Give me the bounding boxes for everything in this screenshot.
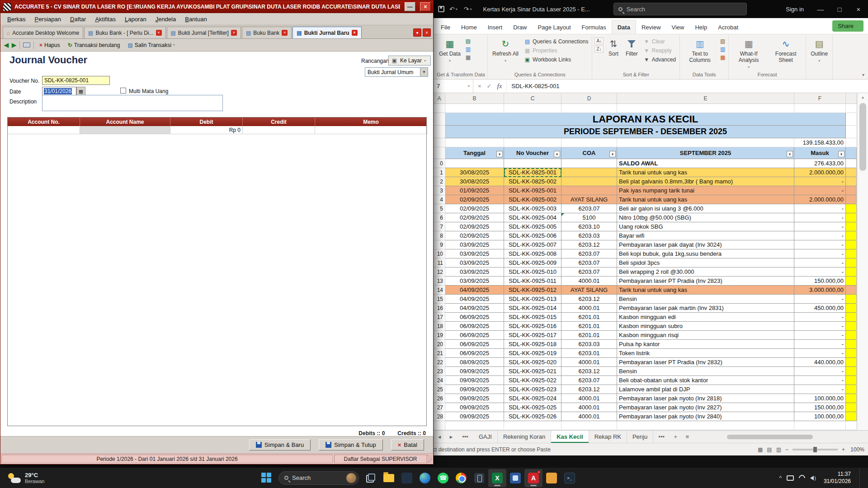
zoom-slider-thumb[interactable] (813, 447, 817, 452)
description-cell[interactable]: Kasbon mingguan risqi (617, 331, 794, 340)
sheet-cell[interactable] (504, 138, 561, 147)
sheet-cell[interactable] (445, 421, 504, 430)
from-text-csv-icon[interactable]: ▤ (465, 38, 472, 44)
row-number-cell[interactable]: 21 (434, 349, 445, 358)
description-cell[interactable]: Kasbon mingguan edi (617, 313, 794, 322)
ribbon-tab-data[interactable]: Data (612, 20, 636, 34)
terminal-button[interactable]: >_ (561, 469, 579, 487)
menu-item-berkas[interactable]: Berkas (3, 14, 29, 24)
phone-link-button[interactable] (470, 469, 488, 487)
row-number-cell[interactable]: 3 (434, 186, 445, 195)
jv-column-header[interactable]: Account Name (80, 117, 170, 126)
amount-cell[interactable]: - (794, 385, 846, 394)
description-cell[interactable]: Pembayaran laser pak nyoto (Inv 2827) (617, 403, 794, 412)
row-number-cell[interactable]: 12 (434, 267, 445, 277)
horizontal-scrollbar[interactable] (723, 431, 868, 443)
g-cell[interactable] (846, 358, 857, 367)
date-cell[interactable]: 02/09/2025 (445, 222, 504, 231)
vertical-scrollbar[interactable]: ▴ (857, 93, 868, 430)
g-cell[interactable] (846, 213, 857, 222)
sheet-cell[interactable] (434, 421, 445, 430)
redo-button[interactable]: ↷▾ (462, 5, 474, 13)
save-icon[interactable] (438, 6, 444, 12)
chrome-button[interactable] (452, 469, 470, 487)
g-cell[interactable] (846, 412, 857, 421)
edge-button[interactable] (416, 469, 434, 487)
amount-cell[interactable]: - (794, 331, 846, 340)
voucher-cell[interactable]: SDL-KK-0925-021 (504, 367, 561, 376)
template-dropdown[interactable]: Bukti Jurnal Umum▼ (365, 67, 428, 77)
coa-cell[interactable]: 4000.01 (561, 358, 617, 367)
g-cell[interactable] (846, 204, 857, 213)
row-number-cell[interactable]: 20 (434, 340, 445, 349)
description-cell[interactable]: Pembayaran laser pak nyoto (Inv 2818) (617, 394, 794, 403)
multi-currency-checkbox[interactable] (120, 88, 126, 94)
description-cell[interactable]: Beli spidol 3pcs (617, 258, 794, 267)
sheet-cell[interactable] (561, 104, 617, 113)
description-cell[interactable]: Bayar wifi (617, 231, 794, 240)
column-header-c[interactable]: C (504, 93, 561, 103)
calendar-icon[interactable]: ▦ (76, 87, 85, 96)
task-view-button[interactable] (362, 469, 380, 487)
sheet-cell[interactable] (617, 138, 794, 147)
date-cell[interactable]: 09/09/2025 (445, 376, 504, 385)
dark-app-button[interactable] (398, 469, 416, 487)
sheet-overflow-right-icon[interactable]: ••• (653, 431, 670, 443)
horizontal-scroll-thumb[interactable] (727, 435, 813, 439)
sheet-cell[interactable] (434, 113, 445, 126)
coa-cell[interactable]: 6203.07 (561, 249, 617, 258)
sheet-cell[interactable] (846, 147, 857, 159)
description-cell[interactable]: Bensin (617, 367, 794, 376)
g-cell[interactable] (846, 159, 857, 168)
voucher-cell[interactable]: SDL-KK-0925-022 (504, 376, 561, 385)
g-cell[interactable] (846, 177, 857, 186)
excel-button[interactable]: X (488, 469, 506, 487)
row-number-cell[interactable]: 25 (434, 385, 445, 394)
date-cell[interactable]: 06/09/2025 (445, 340, 504, 349)
voucher-cell[interactable]: SDL-KK-0925-004 (504, 213, 561, 222)
g-cell[interactable] (846, 240, 857, 249)
g-cell[interactable] (846, 403, 857, 412)
row-number-cell[interactable]: 16 (434, 304, 445, 313)
new-sheet-button[interactable]: + (670, 431, 681, 443)
text-to-columns-button[interactable]: ▥ Text to Columns (682, 36, 717, 64)
blue-app-button[interactable] (506, 469, 524, 487)
row-number-cell[interactable]: 5 (434, 204, 445, 213)
g-cell[interactable] (846, 222, 857, 231)
sheet-tab-kas-kecil[interactable]: Kas Kecil (551, 431, 589, 443)
amount-cell[interactable]: - (794, 177, 846, 186)
sheet-list-button[interactable]: ≡ (681, 431, 693, 443)
description-cell[interactable]: Pembayaran laser PT Pradia (Inv 2823) (617, 277, 794, 286)
voucher-cell[interactable]: SDL-KK-0925-023 (504, 385, 561, 394)
amount-cell[interactable]: - (794, 204, 846, 213)
sort-button[interactable]: ⇅ Sort (605, 36, 622, 57)
g-cell[interactable] (846, 349, 857, 358)
sign-in-button[interactable]: Sign in (778, 6, 811, 13)
description-cell[interactable]: Pembayaran laser PT Pradia (Inv 2832) (617, 358, 794, 367)
voucher-cell[interactable] (504, 159, 561, 168)
description-cell[interactable]: Kasbon mingguan subro (617, 322, 794, 331)
filter-dropdown-icon[interactable]: ▾ (496, 151, 503, 157)
voucher-cell[interactable]: SDL-KK-0925-018 (504, 340, 561, 349)
voucher-cell[interactable]: SDL-KK-0925-007 (504, 240, 561, 249)
amount-cell[interactable]: 2.000.000,00 (794, 195, 846, 204)
row-number-cell[interactable]: 23 (434, 367, 445, 376)
voucher-cell[interactable]: SDL-KK-0925-005 (504, 222, 561, 231)
advanced-filter-button[interactable]: ▼Advanced (642, 56, 677, 63)
coa-cell[interactable]: 6203.03 (561, 340, 617, 349)
document-tab[interactable]: ▤Buku Bank× (242, 27, 292, 38)
row-number-cell[interactable]: 4 (434, 195, 445, 204)
row-number-cell[interactable]: 18 (434, 322, 445, 331)
row-number-cell[interactable]: 14 (434, 286, 445, 295)
amount-cell[interactable]: - (794, 240, 846, 249)
sheet-tab-gaji[interactable]: GAJI (473, 431, 498, 443)
voucher-cell[interactable]: SDL-KK-0925-006 (504, 231, 561, 240)
collapse-ribbon-icon[interactable]: ▾ (862, 72, 864, 77)
date-cell[interactable]: 03/09/2025 (445, 277, 504, 286)
g-cell[interactable] (846, 286, 857, 295)
coa-cell[interactable]: 6203.07 (561, 376, 617, 385)
date-cell[interactable]: 04/09/2025 (445, 295, 504, 304)
amount-cell[interactable]: - (794, 231, 846, 240)
amount-cell[interactable]: - (794, 222, 846, 231)
jv-column-header[interactable]: Account No. (8, 117, 80, 126)
